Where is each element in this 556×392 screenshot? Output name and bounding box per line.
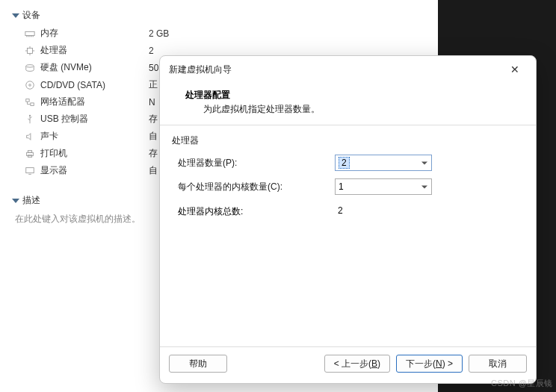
next-button[interactable]: 下一步(N) > <box>396 355 463 373</box>
spacer <box>233 355 318 373</box>
help-button-label: 帮助 <box>189 358 207 370</box>
device-label: 硬盘 (NVMe) <box>40 61 149 74</box>
processor-count-select[interactable]: 2 <box>335 155 432 171</box>
device-label: 声卡 <box>40 130 149 143</box>
wizard-subheading: 为此虚拟机指定处理器数量。 <box>185 103 521 116</box>
processor-count-value: 2 <box>339 157 350 169</box>
cancel-button-label: 取消 <box>489 358 507 370</box>
wizard-heading: 处理器配置 <box>185 89 521 103</box>
svg-rect-11 <box>26 167 34 172</box>
sound-icon <box>24 131 36 142</box>
svg-rect-6 <box>31 102 34 105</box>
close-icon: ✕ <box>510 63 519 75</box>
devices-section-header[interactable]: 设备 <box>13 4 230 25</box>
chevron-down-icon <box>421 162 427 165</box>
svg-rect-1 <box>28 48 33 53</box>
device-row-memory[interactable]: 内存 2 GB <box>13 25 230 42</box>
device-value: 自 <box>149 164 158 177</box>
device-value: 2 GB <box>149 28 169 39</box>
device-label: 显示器 <box>40 164 149 177</box>
wizard-button-row: 帮助 < 上一步(B) 下一步(N) > 取消 <box>160 346 536 383</box>
device-value: 50 <box>149 63 158 73</box>
svg-rect-5 <box>26 99 29 102</box>
dialog-titlebar[interactable]: 新建虚拟机向导 ✕ <box>160 56 536 83</box>
description-section-title: 描述 <box>22 194 40 207</box>
chevron-down-icon <box>421 186 427 189</box>
cores-per-proc-label: 每个处理器的内核数量(C): <box>178 181 335 193</box>
close-button[interactable]: ✕ <box>501 60 528 78</box>
cores-per-proc-select[interactable]: 1 <box>335 178 432 195</box>
device-label: CD/DVD (SATA) <box>40 80 149 90</box>
processor-group-label: 处理器 <box>172 134 524 147</box>
network-icon <box>24 97 36 108</box>
cpu-icon <box>24 46 36 56</box>
cancel-button[interactable]: 取消 <box>469 355 527 373</box>
printer-icon <box>24 149 36 159</box>
device-value: 存 <box>149 113 158 125</box>
next-button-label: 下一步(N) > <box>406 358 453 370</box>
device-value: 存 <box>149 147 158 160</box>
disclosure-triangle-icon <box>12 199 19 203</box>
device-value: 2 <box>149 46 154 56</box>
svg-point-3 <box>26 81 34 89</box>
back-button-label: < 上一步(B) <box>334 358 380 370</box>
dialog-title: 新建虚拟机向导 <box>169 63 501 76</box>
back-button[interactable]: < 上一步(B) <box>324 355 390 373</box>
total-cores-label: 处理器内核总数: <box>178 205 338 218</box>
disk-icon <box>24 63 36 73</box>
device-label: 处理器 <box>40 44 149 57</box>
device-value: 正 <box>149 78 158 91</box>
processor-count-row: 处理器数量(P): 2 <box>172 152 524 175</box>
svg-point-2 <box>26 64 34 67</box>
devices-section-title: 设备 <box>22 9 40 22</box>
total-cores-value: 2 <box>338 205 343 218</box>
display-icon <box>24 166 36 176</box>
device-label: USB 控制器 <box>40 113 149 125</box>
disc-icon <box>24 80 36 90</box>
device-label: 网络适配器 <box>40 96 149 108</box>
cores-per-proc-value: 1 <box>339 181 344 192</box>
svg-rect-9 <box>28 150 31 152</box>
total-cores-row: 处理器内核总数: 2 <box>172 199 524 218</box>
new-vm-wizard-dialog: 新建虚拟机向导 ✕ 处理器配置 为此虚拟机指定处理器数量。 处理器 处理器数量(… <box>159 55 537 384</box>
svg-point-7 <box>29 114 31 116</box>
help-button[interactable]: 帮助 <box>169 355 227 373</box>
svg-rect-0 <box>25 31 34 35</box>
device-value: N <box>149 97 155 108</box>
device-label: 打印机 <box>40 147 149 160</box>
device-label: 内存 <box>40 27 149 40</box>
wizard-body: 处理器 处理器数量(P): 2 每个处理器的内核数量(C): 1 处理器内核总数… <box>160 125 536 346</box>
cores-per-proc-row: 每个处理器的内核数量(C): 1 <box>172 175 524 199</box>
usb-icon <box>24 114 36 125</box>
wizard-header: 处理器配置 为此虚拟机指定处理器数量。 <box>160 83 536 125</box>
disclosure-triangle-icon <box>12 13 19 18</box>
device-value: 自 <box>149 130 158 143</box>
processor-count-label: 处理器数量(P): <box>178 157 335 169</box>
memory-icon <box>24 28 36 39</box>
svg-point-4 <box>29 84 31 86</box>
